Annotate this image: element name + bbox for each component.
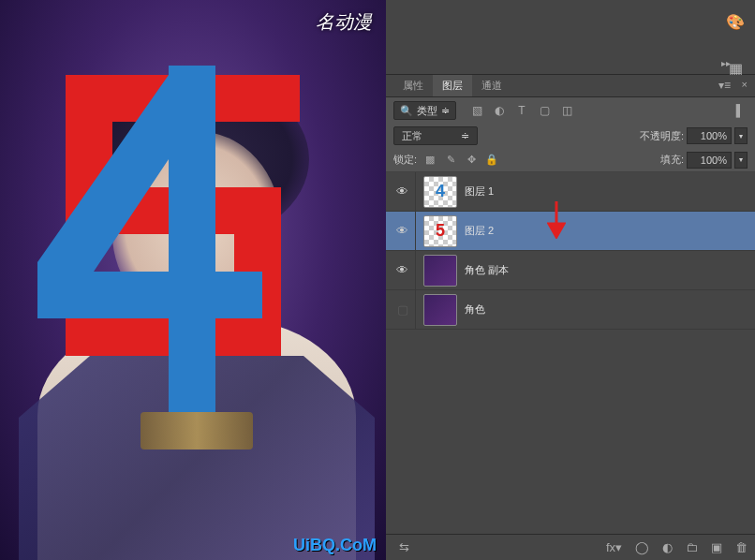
color-palette-icon[interactable]: 🎨 <box>725 11 746 32</box>
search-icon: 🔍 <box>400 105 413 117</box>
thumb-mark: 5 <box>436 221 445 241</box>
layer-row[interactable]: ▢ 角色 <box>386 290 755 330</box>
filter-shape-icon[interactable]: ▢ <box>537 103 552 118</box>
blend-opacity-row: 正常 ≑ 不透明度: 100% ▾ <box>386 124 755 148</box>
filter-smart-icon[interactable]: ◫ <box>559 103 574 118</box>
filter-toggle-switch[interactable]: ▌ <box>733 103 748 118</box>
layer-filter-row: 🔍 类型 ≑ ▧ ◐ T ▢ ◫ ▌ <box>386 97 755 124</box>
panel-tab-bar: 属性 图层 通道 ▾≡ × <box>386 75 755 97</box>
artwork-armor <box>19 356 375 560</box>
blend-mode-value: 正常 <box>402 129 422 143</box>
filter-kind-label: 类型 <box>417 104 437 118</box>
opacity-flyout-icon[interactable]: ▾ <box>734 127 748 144</box>
adjustment-layer-icon[interactable]: ◐ <box>662 540 673 554</box>
layer-row[interactable]: 👁 角色 副本 <box>386 251 755 290</box>
layer-name-label[interactable]: 图层 2 <box>465 224 494 238</box>
filter-pixel-icon[interactable]: ▧ <box>469 103 484 118</box>
lock-position-icon[interactable]: ✥ <box>464 153 479 168</box>
lock-brush-icon[interactable]: ✎ <box>443 153 458 168</box>
layer-row[interactable]: 👁 5 图层 2 <box>386 212 755 251</box>
tab-channels[interactable]: 通道 <box>472 75 511 96</box>
fill-label: 填充: <box>660 153 684 167</box>
artwork-face <box>112 131 281 318</box>
collapsed-panel-area: 🎨 ▦ <box>386 0 755 75</box>
layer-thumbnail[interactable] <box>423 294 457 326</box>
layer-thumbnail[interactable] <box>423 255 457 287</box>
layer-name-label[interactable]: 角色 <box>465 302 485 317</box>
tab-layers[interactable]: 图层 <box>433 75 472 96</box>
lock-fill-row: 锁定: ▩ ✎ ✥ 🔒 填充: 100% ▾ <box>386 148 755 172</box>
filter-type-icon[interactable]: T <box>514 103 529 118</box>
layer-name-label[interactable]: 角色 副本 <box>465 263 509 277</box>
opacity-label: 不透明度: <box>640 129 684 143</box>
lock-all-icon[interactable]: 🔒 <box>484 153 499 168</box>
panel-collapse-icon[interactable]: ▸▸ <box>721 58 731 68</box>
opacity-input[interactable]: 100% <box>687 127 732 144</box>
filter-kind-select[interactable]: 🔍 类型 ≑ <box>393 101 456 120</box>
blend-mode-select[interactable]: 正常 ≑ <box>393 126 478 145</box>
layer-row[interactable]: 👁 4 图层 1 <box>386 172 755 212</box>
visibility-eye-icon[interactable]: 👁 <box>396 224 408 238</box>
watermark-bottom: UiBQ.CoM <box>293 536 377 555</box>
chevron-down-icon: ≑ <box>441 105 450 117</box>
layers-footer: ⇆ fx▾ ◯ ◐ 🗀 ▣ 🗑 <box>386 534 755 560</box>
layer-thumbnail[interactable]: 4 <box>423 176 457 208</box>
fill-flyout-icon[interactable]: ▾ <box>734 152 748 169</box>
lock-transparency-icon[interactable]: ▩ <box>422 153 437 168</box>
visibility-eye-icon[interactable]: ▢ <box>397 302 408 317</box>
layer-group-icon[interactable]: 🗀 <box>686 540 698 554</box>
layer-name-label[interactable]: 图层 1 <box>465 184 494 199</box>
panel-menu-icon[interactable]: ▾≡ <box>718 79 731 92</box>
visibility-eye-icon[interactable]: 👁 <box>396 184 408 199</box>
layers-list: 👁 4 图层 1 👁 5 图层 2 👁 角色 副本 ▢ 角色 <box>386 172 755 534</box>
chevron-down-icon: ≑ <box>461 130 469 142</box>
layer-thumbnail[interactable]: 5 <box>423 215 457 247</box>
watermark-top: 名动漫 <box>316 9 372 35</box>
delete-layer-icon[interactable]: 🗑 <box>735 540 748 554</box>
panel-close-icon[interactable]: × <box>742 79 748 90</box>
layer-fx-icon[interactable]: fx▾ <box>606 540 622 554</box>
lock-label: 锁定: <box>393 153 417 167</box>
artwork-gold-trim <box>141 412 253 449</box>
tab-properties[interactable]: 属性 <box>393 75 433 96</box>
thumb-mark: 4 <box>436 182 445 201</box>
fill-input[interactable]: 100% <box>687 152 732 169</box>
canvas-viewport[interactable]: 名动漫 UiBQ.CoM <box>0 0 386 560</box>
link-layers-icon[interactable]: ⇆ <box>399 540 409 554</box>
new-layer-icon[interactable]: ▣ <box>711 540 722 554</box>
filter-adjustment-icon[interactable]: ◐ <box>492 103 507 118</box>
layer-mask-icon[interactable]: ◯ <box>635 540 649 554</box>
visibility-eye-icon[interactable]: 👁 <box>396 263 408 277</box>
